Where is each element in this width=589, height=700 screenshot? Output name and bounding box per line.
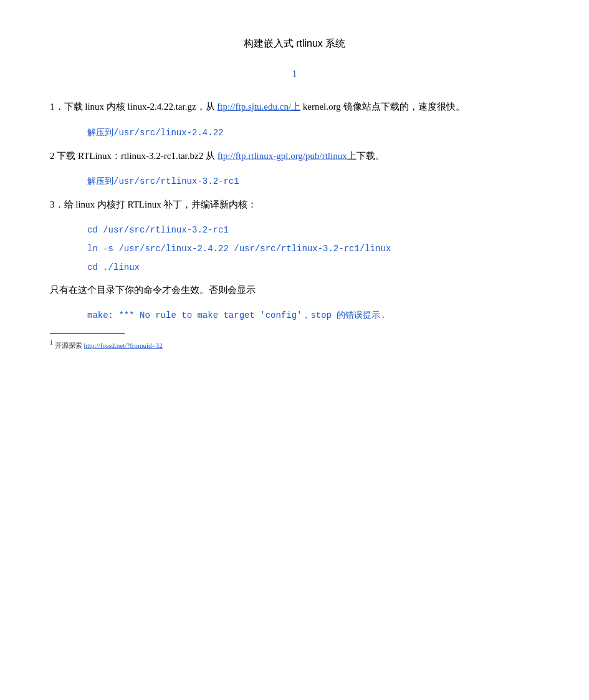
section-2-text-before: 2 下载 RTLinux：rtlinux-3.2-rc1.tar.bz2 从 [50, 151, 218, 161]
decompress-2: 解压到/usr/src/rtlinux-3.2-rc1 [87, 176, 539, 187]
section-2-text-after: 上下载。 [347, 151, 385, 161]
section-2: 2 下载 RTLinux：rtlinux-3.2-rc1.tar.bz2 从 f… [50, 147, 539, 165]
footnote-number: 1 [50, 339, 53, 346]
section-1-text-before: 1．下载 linux 内核 linux-2.4.22.tar.gz，从 [50, 102, 217, 112]
section-1-link[interactable]: ftp://ftp.sjtu.edu.cn/上 [217, 102, 300, 112]
footnote-label: 开源探索 [55, 342, 82, 349]
footnote-divider [50, 333, 125, 334]
command-2: ln –s /usr/src/linux-2.4.22 /usr/src/rtl… [87, 244, 539, 254]
section-1-text-after: kernel.org 镜像站点下载的，速度很快。 [300, 102, 464, 112]
section-2-link[interactable]: ftp://ftp.rtlinux-gpl.org/pub/rtlinux [218, 151, 347, 161]
command-3: cd ./linux [87, 262, 539, 272]
error-message: make: *** No rule to make target 'config… [87, 310, 539, 321]
section-3: 3．给 linux 内核打 RTLinux 补丁，并编译新内核： [50, 196, 539, 214]
decompress-1: 解压到/usr/src/linux-2.4.22 [87, 127, 539, 138]
warning-text: 只有在这个目录下你的命令才会生效。否则会显示 [50, 281, 539, 299]
section-1: 1．下载 linux 内核 linux-2.4.22.tar.gz，从 ftp:… [50, 98, 539, 116]
footnote: 1 开源探索 http://fossd.net/?fromuid=32 [50, 339, 539, 350]
page-number: 1 [50, 69, 539, 79]
footnote-link[interactable]: http://fossd.net/?fromuid=32 [84, 342, 163, 349]
page-title: 构建嵌入式 rtlinux 系统 [50, 37, 539, 50]
command-1: cd /usr/src/rtlinux-3.2-rc1 [87, 225, 539, 235]
